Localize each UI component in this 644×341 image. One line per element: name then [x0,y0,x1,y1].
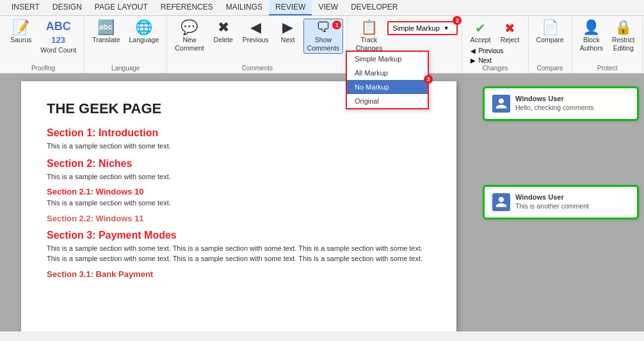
markup-dropdown-area: 2 Simple Markup ▼ [387,19,458,35]
nav-stack: ◀ Previous ▶ Next [466,47,505,65]
menu-mailings[interactable]: MAILINGS [220,0,269,15]
abc-icon: ABC123 [46,20,71,46]
accept-button[interactable]: ✔ Accept [466,19,494,46]
markup-dropdown-label: Simple Markup [392,24,439,32]
menu-insert[interactable]: INSERT [5,0,46,15]
new-comment-label: NewComment [175,36,204,52]
document-area: THE GEEK PAGE Section 1: Introduction Th… [0,74,644,331]
menu-references[interactable]: REFERENCES [154,0,220,15]
dropdown-simple-markup[interactable]: Simple Markup [347,52,428,66]
markup-dropdown[interactable]: Simple Markup ▼ [387,21,458,35]
spelling-label: Saurus [10,36,31,44]
comment-sidebar: Windows User Hello, checking comments Wi… [478,74,644,331]
dropdown-no-markup[interactable]: No Markup 3 [347,80,428,94]
block-authors-button[interactable]: 👤 BlockAuthors [576,19,607,54]
language-group: 🔤 Translate 🌐 Language Language [85,17,167,73]
translate-button[interactable]: 🔤 Translate [88,19,124,46]
word-count-button[interactable]: ABC123 Word Count [36,19,80,56]
language-icon: 🌐 [135,20,152,35]
section-2-heading: Section 2: Niches [47,158,431,170]
language-label: Language [129,36,159,44]
compare-label: Compare [536,36,564,44]
section-3-heading: Section 3: Payment Modes [47,230,431,241]
prev-change-button[interactable]: ◀ Previous [469,47,505,55]
reject-button[interactable]: ✖ Reject [496,19,524,46]
show-comments-icon: 🗨 [316,20,330,35]
comment-text-1: Hello, checking comments [515,104,594,111]
section-3-1-heading: Section 3.1: Bank Payment [47,269,431,279]
translate-icon: 🔤 [97,20,115,35]
new-comment-button[interactable]: 💬 NewComment [171,19,208,54]
reject-icon: ✖ [504,20,515,36]
menu-design[interactable]: DESIGN [46,0,88,15]
compare-label: Compare [537,65,563,73]
comment-content-1: Windows User Hello, checking comments [515,95,594,111]
changes-label: Changes [482,65,508,73]
block-authors-label: BlockAuthors [580,36,603,52]
word-count-label: Word Count [40,46,76,54]
language-buttons: 🔤 Translate 🌐 Language [88,19,163,65]
spelling-icon: 📝 [12,20,29,35]
accept-label: Accept [470,36,490,44]
badge-1: 1 [332,20,341,29]
prev-change-label: Previous [478,47,503,54]
section-3-text: This is a sample section with some text.… [47,243,431,264]
delete-comment-button[interactable]: ✖ Delete [209,19,237,46]
section-2-1-heading: Section 2.1: Windows 10 [47,187,431,196]
compare-button[interactable]: 📄 Compare [533,19,568,46]
accept-reject-row: ✔ Accept ✖ Reject [466,19,524,46]
previous-comment-button[interactable]: ◀ Previous [239,19,273,46]
comment-text-2: This is another comment [515,202,589,210]
section-2-2-heading: Section 2.2: Windows 11 [47,214,431,223]
badge-2: 2 [453,16,462,25]
next-icon: ▶ [282,20,293,35]
delete-icon: ✖ [218,20,229,35]
comment-content-2: Windows User This is another comment [515,193,589,210]
block-authors-icon: 👤 [583,20,600,35]
changes-group: ✔ Accept ✖ Reject ◀ Previous ▶ Next C [462,17,528,73]
next-change-label: Next [478,57,492,64]
compare-group: 📄 Compare Compare [529,17,572,73]
menu-review[interactable]: REVIEW [269,0,312,15]
previous-icon: ◀ [250,20,261,35]
dropdown-original[interactable]: Original [347,94,428,108]
spelling-button[interactable]: 📝 Saurus [6,19,35,46]
next-label: Next [281,36,295,44]
comment-author-2: Windows User [515,193,589,201]
restrict-editing-button[interactable]: 🔒 RestrictEditing [608,19,639,54]
compare-buttons: 📄 Compare [533,19,568,65]
protect-label: Protect [597,65,618,73]
reject-label: Reject [501,36,520,44]
comment-card-2: Windows User This is another comment [483,185,639,219]
language-button[interactable]: 🌐 Language [125,19,163,46]
section-2-text: This is a sample section with some text. [47,171,431,182]
delete-label: Delete [214,36,233,44]
accept-icon: ✔ [475,20,486,36]
protect-group: 👤 BlockAuthors 🔒 RestrictEditing Protect [572,17,643,73]
previous-label: Previous [243,36,269,44]
menu-view[interactable]: VIEW [312,0,344,15]
menu-page-layout[interactable]: PAGE LAYOUT [88,0,154,15]
track-changes-button[interactable]: 📋 TrackChanges [351,19,386,54]
proofing-buttons: 📝 Saurus ABC123 Word Count [6,19,80,65]
translate-label: Translate [92,36,120,44]
comments-group-label: Comments [242,65,273,73]
badge-3: 3 [424,75,433,84]
document-page: THE GEEK PAGE Section 1: Introduction Th… [21,81,456,331]
ribbon: 📝 Saurus ABC123 Word Count Proofing 🔤 Tr… [0,16,644,74]
next-change-button[interactable]: ▶ Next [469,56,505,65]
next-comment-button[interactable]: ▶ Next [274,19,302,46]
section-2-1-text: This is a sample section with some text. [47,198,431,209]
show-comments-button[interactable]: 1 🗨 ShowComments [303,19,344,54]
show-comments-label: ShowComments [307,36,340,52]
menu-bar: INSERT DESIGN PAGE LAYOUT REFERENCES MAI… [0,0,644,16]
section-1-heading: Section 1: Introduction [47,127,431,139]
comment-avatar-1 [492,95,510,113]
dropdown-all-markup[interactable]: All Markup [347,66,428,80]
markup-dropdown-menu: Simple Markup All Markup No Markup 3 Ori… [346,51,429,109]
proofing-group: 📝 Saurus ABC123 Word Count Proofing [3,17,85,73]
menu-developer[interactable]: DEVELOPER [344,0,404,15]
section-1-text: This is a sample section with some text. [47,141,431,152]
proofing-label: Proofing [31,65,55,73]
track-changes-icon: 📋 [360,20,378,35]
